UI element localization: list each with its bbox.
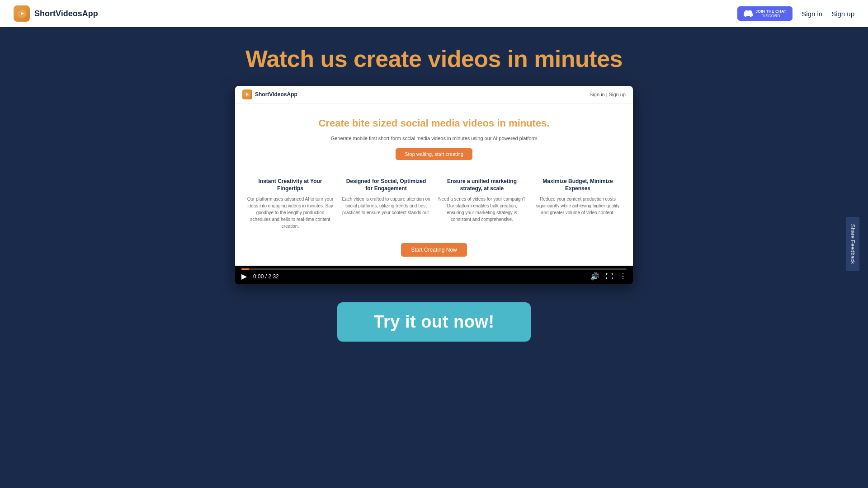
controls-right: 🔊 ⛶ ⋮ — [590, 272, 627, 281]
feature-card-3: Ensure a unified marketing strategy, at … — [438, 178, 526, 230]
feature-title-2: Designed for Social, Optimized for Engag… — [342, 178, 430, 192]
inner-brand-name: ShortVideosApp — [255, 91, 297, 98]
feature-card-4: Maximize Budget, Minimize Expenses Reduc… — [533, 178, 622, 230]
video-progress-fill — [241, 268, 249, 270]
controls-row: ▶ 0:00 / 2:32 🔊 ⛶ ⋮ — [241, 272, 627, 281]
inner-features-grid: Instant Creativity at Your Fingertips Ou… — [235, 169, 633, 239]
inner-hero-title: Create bite sized social media videos in… — [244, 117, 624, 130]
inner-hero-subtitle: Generate mobile first short-form social … — [244, 135, 624, 142]
play-button[interactable]: ▶ — [241, 272, 247, 281]
discord-label: JOIN THE CHAT DISCORD — [755, 9, 786, 18]
navbar: ShortVideosApp JOIN THE CHAT DISCORD Sig… — [0, 0, 868, 27]
brand-logo-icon — [14, 5, 30, 22]
inner-hero-cta-button[interactable]: Stop waiting, start creating — [396, 148, 472, 160]
inner-brand: ShortVideosApp — [242, 89, 297, 99]
controls-left: ▶ 0:00 / 2:32 — [241, 272, 279, 281]
discord-button[interactable]: JOIN THE CHAT DISCORD — [737, 6, 793, 21]
inner-brand-logo-icon — [242, 89, 252, 99]
brand-name: ShortVideosApp — [34, 9, 98, 19]
video-player: ShortVideosApp Sign in | Sign up Create … — [235, 86, 633, 284]
inner-nav-links: Sign in | Sign up — [586, 92, 626, 97]
feature-desc-1: Our platform uses advanced AI to turn yo… — [246, 196, 335, 230]
video-screen: ShortVideosApp Sign in | Sign up Create … — [235, 86, 633, 266]
feature-title-3: Ensure a unified marketing strategy, at … — [438, 178, 526, 192]
video-time: 0:00 / 2:32 — [253, 273, 279, 280]
fullscreen-icon[interactable]: ⛶ — [606, 272, 613, 281]
inner-second-cta-button[interactable]: Start Creating Now — [401, 243, 467, 257]
inner-app-screenshot: ShortVideosApp Sign in | Sign up Create … — [235, 86, 633, 266]
navbar-actions: JOIN THE CHAT DISCORD Sign in Sign up — [737, 6, 854, 21]
feature-card-2: Designed for Social, Optimized for Engag… — [342, 178, 430, 230]
inner-hero: Create bite sized social media videos in… — [235, 103, 633, 169]
feature-title-4: Maximize Budget, Minimize Expenses — [533, 178, 622, 192]
try-cta-container: Try it out now! — [337, 302, 530, 342]
video-progress-bar[interactable] — [241, 268, 627, 270]
try-now-button[interactable]: Try it out now! — [337, 302, 530, 342]
feature-card-1: Instant Creativity at Your Fingertips Ou… — [246, 178, 335, 230]
discord-icon — [744, 9, 753, 18]
signin-button[interactable]: Sign in — [802, 10, 822, 18]
volume-icon[interactable]: 🔊 — [590, 272, 599, 281]
inner-navbar: ShortVideosApp Sign in | Sign up — [235, 86, 633, 103]
feature-desc-4: Reduce your content production costs sig… — [533, 196, 622, 216]
page-title: Watch us create videos in minutes — [245, 45, 623, 72]
more-options-icon[interactable]: ⋮ — [619, 272, 627, 281]
video-controls: ▶ 0:00 / 2:32 🔊 ⛶ ⋮ — [235, 266, 633, 284]
share-feedback-tab[interactable]: Share Feedback — [846, 217, 859, 271]
feature-title-1: Instant Creativity at Your Fingertips — [246, 178, 335, 192]
feature-desc-2: Each video is crafted to capture attenti… — [342, 196, 430, 216]
brand: ShortVideosApp — [14, 5, 98, 22]
signup-button[interactable]: Sign up — [831, 10, 854, 18]
feature-desc-3: Need a series of videos for your campaig… — [438, 196, 526, 223]
inner-second-cta: Start Creating Now — [235, 239, 633, 266]
main-content: Watch us create videos in minutes ShortV… — [0, 0, 868, 488]
